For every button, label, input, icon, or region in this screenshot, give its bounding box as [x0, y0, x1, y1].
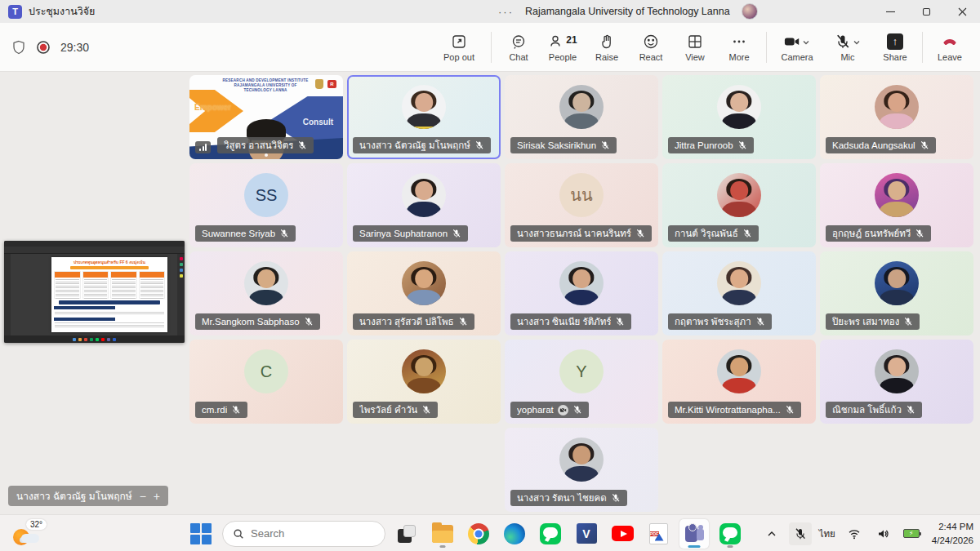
view-grid-icon — [687, 33, 703, 50]
edge-icon — [504, 523, 525, 544]
preview-slide-title: ประเภททุนอุดหนุนสำหรับ FF 6 งบมุ่งเน้น — [54, 259, 165, 265]
audio-signal-badge — [195, 141, 211, 153]
people-count-badge: 21 — [566, 34, 577, 46]
weather-widget[interactable]: 32° — [8, 519, 46, 549]
participant-tile[interactable]: SS Suwannee Sriyab — [189, 163, 343, 247]
participant-tile-chatwanat[interactable]: นางสาว ฉัตวณัฐ มโนพฤกษ์ — [347, 75, 501, 159]
share-button[interactable]: ↑ Share — [873, 24, 917, 70]
mic-muted-icon — [915, 229, 924, 238]
leave-button[interactable]: Leave — [928, 24, 972, 70]
chat-icon — [510, 33, 527, 50]
tray-chevron-up-button[interactable] — [760, 522, 783, 545]
volume-button[interactable] — [871, 522, 894, 545]
rdi-logo: R — [327, 80, 336, 88]
participant-name-pill: Suwannee Sriyab — [195, 225, 296, 242]
taskbar-clock[interactable]: 2:44 PM 4/24/2026 — [929, 520, 973, 547]
start-button[interactable] — [186, 519, 216, 549]
participant-tile[interactable]: นางสาว รัตนา ไชยคด — [505, 428, 658, 512]
chrome-button[interactable] — [464, 519, 493, 549]
people-button[interactable]: 21 People — [541, 24, 585, 70]
chat-button[interactable]: Chat — [497, 24, 541, 70]
mic-button[interactable]: Mic — [822, 24, 873, 70]
tray-mic-button[interactable] — [789, 522, 812, 545]
participant-tile[interactable]: Kadsuda Aungsakul — [820, 75, 973, 159]
avatar — [244, 261, 288, 305]
participant-tile[interactable]: ไพรวัลย์ คำวัน — [347, 340, 501, 424]
avatar — [559, 438, 604, 482]
titlebar-overflow-menu[interactable]: ··· — [498, 6, 514, 18]
participant-tile[interactable]: กานต์ วิรุณพันธ์ — [662, 163, 816, 247]
participant-tile[interactable]: Jittra Punroob — [662, 75, 816, 159]
search-input[interactable] — [251, 527, 357, 540]
battery-charging-icon: ⚡ — [903, 529, 920, 538]
participant-tile[interactable]: นางสาว สุรัสวดี ปลิโพธ — [347, 251, 501, 335]
screen-share-preview[interactable]: ประเภททุนอุดหนุนสำหรับ FF 6 งบมุ่งเน้น — [4, 241, 185, 343]
raise-hand-button[interactable]: Raise — [585, 24, 629, 70]
view-button[interactable]: View — [673, 24, 717, 70]
task-view-icon — [397, 524, 416, 544]
meeting-toolbar: 29:30 Pop out Chat 21 People Raise — [0, 23, 980, 72]
self-view-pill[interactable]: นางสาว ฉัตวณัฐ มโนพฤกษ์ − + — [8, 486, 168, 506]
avatar-initials: SS — [244, 173, 288, 217]
line-button[interactable] — [536, 519, 565, 549]
battery-button[interactable]: ⚡ — [900, 522, 923, 545]
wifi-button[interactable] — [843, 522, 866, 545]
edge-button[interactable] — [500, 519, 529, 549]
camera-button[interactable]: Camera — [772, 24, 822, 70]
participant-tile[interactable]: ณิชกมล โพธิ์แก้ว — [820, 340, 973, 424]
participant-name-pill: ณิชกมล โพธิ์แก้ว — [826, 402, 922, 418]
minimize-button[interactable] — [872, 0, 908, 23]
participant-tile[interactable]: Mr.Kitti Wirotrattanapha... — [662, 340, 816, 424]
windows-taskbar: 32° V PDF — [0, 514, 980, 551]
react-button[interactable]: React — [629, 24, 673, 70]
visio-button[interactable]: V — [572, 519, 601, 549]
participant-name-pill: ไพรวัลย์ คำวัน — [353, 402, 438, 418]
taskbar-search[interactable] — [222, 521, 385, 547]
participant-name-pill: Mr.Kitti Wirotrattanapha... — [668, 402, 801, 418]
participant-tile[interactable]: Mr.Sangkom Sabphaso — [189, 251, 343, 335]
expand-self-view-button[interactable]: + — [154, 491, 160, 501]
participant-tile[interactable]: C cm.rdi — [189, 340, 343, 424]
participant-tile[interactable]: Sirisak Saksirikhun — [505, 75, 658, 159]
account-avatar[interactable] — [742, 3, 758, 20]
participant-tile[interactable]: Y yopharat — [505, 340, 658, 424]
participant-tile[interactable]: อุกฤษฎ์ ธนทรัพย์ทวี — [820, 163, 973, 247]
collapse-self-view-button[interactable]: − — [140, 491, 146, 501]
camera-icon — [784, 33, 800, 50]
mic-muted-icon — [635, 229, 645, 238]
avatar — [875, 261, 919, 305]
participant-tile-wisut[interactable]: RESEARCH AND DEVELOPMENT INSTITUTE RAJAM… — [189, 75, 343, 159]
popout-icon — [451, 33, 467, 50]
pdf-app-button[interactable]: PDF — [644, 519, 673, 549]
mic-muted-icon — [611, 493, 621, 503]
participant-tile[interactable]: กฤตาพร พัชระสุภา — [662, 251, 816, 335]
mic-muted-icon — [452, 229, 461, 238]
mic-muted-icon — [421, 405, 431, 415]
teams-meeting-window: ประชุมงานวิจัย ··· Rajamangala Universit… — [0, 0, 980, 551]
participant-tile[interactable]: Sarinya Suphatranon — [347, 163, 501, 247]
participant-tile[interactable]: ปิยะพร เสมาทอง — [820, 251, 973, 335]
clock-date: 4/24/2026 — [932, 534, 973, 548]
task-view-button[interactable] — [392, 519, 421, 549]
participant-tile[interactable]: นางสาว ซินเนีย รัติภัทร์ — [505, 251, 658, 335]
close-button[interactable] — [944, 0, 980, 23]
mic-muted-icon — [231, 405, 241, 415]
participant-name-pill: Sirisak Saksirikhun — [510, 137, 617, 153]
file-explorer-button[interactable] — [428, 519, 457, 549]
popout-button[interactable]: Pop out — [437, 24, 481, 70]
camera-chevron-icon[interactable] — [802, 38, 810, 47]
language-indicator[interactable]: ไทย — [817, 527, 837, 541]
line-secondary-button[interactable] — [715, 519, 745, 549]
participant-name-pill: นางสาว สุรัสวดี ปลิโพธ — [353, 313, 474, 330]
maximize-button[interactable] — [908, 0, 944, 23]
more-button[interactable]: More — [717, 24, 761, 70]
mic-muted-icon — [304, 317, 314, 327]
youtube-button[interactable] — [608, 519, 637, 549]
youtube-icon — [612, 526, 634, 541]
participant-name-pill: อุกฤษฎ์ ธนทรัพย์ทวี — [826, 225, 931, 242]
mic-chevron-icon[interactable] — [853, 38, 861, 47]
teams-taskbar-button[interactable] — [679, 519, 709, 549]
title-bar: ประชุมงานวิจัย ··· Rajamangala Universit… — [0, 0, 980, 23]
cloud-icon — [21, 534, 39, 543]
participant-tile[interactable]: นน นางสาวธนภรณ์ นาคนรินทร์ — [505, 163, 658, 247]
